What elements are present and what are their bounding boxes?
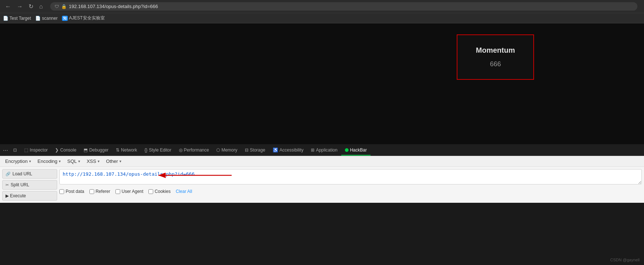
other-arrow: ▼ bbox=[119, 160, 122, 163]
split-url-label: Split URL bbox=[11, 182, 29, 187]
hackbar-dot-icon bbox=[345, 148, 349, 152]
home-button[interactable]: ⌂ bbox=[38, 3, 44, 11]
back-button[interactable]: ← bbox=[4, 3, 12, 11]
tab-memory[interactable]: ⬡ Memory bbox=[213, 145, 241, 156]
sql-arrow: ▼ bbox=[78, 160, 81, 163]
tab-storage[interactable]: ⊟ Storage bbox=[241, 145, 269, 156]
tab-memory-label: Memory bbox=[221, 148, 237, 153]
referer-checkbox[interactable]: Referer bbox=[89, 189, 110, 194]
load-url-button[interactable]: 🔗 Load URL bbox=[2, 169, 57, 179]
tab-console[interactable]: ❯ Console bbox=[51, 145, 80, 156]
url-section: Post data Referer User Agent Cookies Cle… bbox=[59, 169, 642, 201]
storage-icon: ⊟ bbox=[245, 148, 249, 153]
cookies-checkbox[interactable]: Cookies bbox=[148, 189, 170, 194]
tab-application-label: Application bbox=[316, 148, 338, 153]
momentum-value: 666 bbox=[476, 60, 515, 68]
user-agent-input[interactable] bbox=[115, 189, 120, 194]
performance-icon: ◎ bbox=[179, 148, 183, 153]
encryption-arrow: ▼ bbox=[28, 160, 32, 163]
encoding-menu[interactable]: Encoding ▼ bbox=[35, 157, 63, 165]
url-input-wrapper bbox=[59, 169, 642, 186]
split-url-icon: ✂ bbox=[5, 183, 9, 187]
tab-hackbar[interactable]: HackBar bbox=[341, 145, 371, 156]
inspector-icon: ⬚ bbox=[24, 148, 28, 153]
tab-console-label: Console bbox=[60, 148, 76, 153]
page-footer: CSDN @gaynell bbox=[610, 258, 640, 262]
encoding-arrow: ▼ bbox=[58, 160, 62, 163]
network-icon: ⇅ bbox=[116, 148, 119, 153]
bookmark-icon: 📄 bbox=[3, 16, 8, 21]
hackbar-menu: Encryption ▼ Encoding ▼ SQL ▼ XSS ▼ Othe… bbox=[0, 156, 644, 167]
split-url-button[interactable]: ✂ Split URL bbox=[2, 180, 57, 190]
xss-label: XSS bbox=[87, 158, 96, 164]
encryption-label: Encryption bbox=[5, 158, 27, 164]
devtools-expand-button[interactable]: ⋯ bbox=[1, 145, 10, 156]
bookmark-ajest[interactable]: 知 AJEST安全实验室 bbox=[62, 15, 104, 21]
tab-responsive[interactable]: ⊡ bbox=[10, 145, 21, 156]
tab-inspector[interactable]: ⬚ Inspector bbox=[21, 145, 51, 156]
sql-menu[interactable]: SQL ▼ bbox=[65, 157, 83, 165]
xss-menu[interactable]: XSS ▼ bbox=[84, 157, 102, 165]
load-url-icon: 🔗 bbox=[5, 172, 11, 176]
accessibility-icon: ♿ bbox=[273, 148, 278, 153]
lock-icon: 🔒 bbox=[61, 4, 67, 9]
tab-style-editor[interactable]: {} Style Editor bbox=[141, 145, 175, 156]
debugger-icon: ⬒ bbox=[84, 148, 88, 153]
bookmark-label: scanner bbox=[42, 16, 58, 21]
tab-accessibility[interactable]: ♿ Accessibility bbox=[269, 145, 307, 156]
tab-network[interactable]: ⇅ Network bbox=[112, 145, 141, 156]
tab-accessibility-label: Accessibility bbox=[280, 148, 303, 153]
cookies-input[interactable] bbox=[148, 189, 153, 194]
bookmark-label: Test Target bbox=[10, 16, 31, 21]
encoding-label: Encoding bbox=[37, 158, 57, 164]
tab-style-label: Style Editor bbox=[149, 148, 171, 153]
xss-arrow: ▼ bbox=[97, 160, 100, 163]
referer-input[interactable] bbox=[89, 189, 94, 194]
other-menu[interactable]: Other ▼ bbox=[104, 157, 124, 165]
checkboxes-row: Post data Referer User Agent Cookies Cle… bbox=[59, 187, 642, 195]
user-agent-checkbox[interactable]: User Agent bbox=[115, 189, 143, 194]
responsive-icon: ⊡ bbox=[13, 148, 17, 153]
security-icon: 🛡 bbox=[55, 4, 59, 9]
tab-hackbar-label: HackBar bbox=[350, 148, 367, 153]
bookmark-test-target[interactable]: 📄 Test Target bbox=[3, 16, 31, 21]
post-data-checkbox[interactable]: Post data bbox=[59, 189, 84, 194]
reload-button[interactable]: ↻ bbox=[27, 2, 35, 11]
post-data-input[interactable] bbox=[59, 189, 64, 194]
momentum-title: Momentum bbox=[476, 46, 515, 55]
other-label: Other bbox=[106, 158, 118, 164]
bookmark-badge: 知 bbox=[62, 16, 68, 21]
referer-label: Referer bbox=[96, 189, 110, 194]
tab-performance-label: Performance bbox=[184, 148, 209, 153]
clear-all-button[interactable]: Clear All bbox=[176, 189, 192, 194]
console-icon: ❯ bbox=[55, 148, 59, 153]
sql-label: SQL bbox=[67, 158, 77, 164]
footer-text: CSDN @gaynell bbox=[610, 258, 640, 262]
address-input[interactable] bbox=[69, 4, 633, 9]
tab-network-label: Network bbox=[121, 148, 137, 153]
tab-application[interactable]: ⊞ Application bbox=[307, 145, 341, 156]
hackbar-action-buttons: 🔗 Load URL ✂ Split URL ▶ Execute bbox=[2, 169, 57, 201]
cookies-label: Cookies bbox=[155, 189, 170, 194]
momentum-box: Momentum 666 bbox=[457, 34, 534, 80]
style-icon: {} bbox=[144, 148, 147, 153]
hackbar-main: 🔗 Load URL ✂ Split URL ▶ Execute bbox=[0, 167, 644, 203]
bookmark-scanner[interactable]: 📄 scanner bbox=[35, 16, 58, 21]
forward-button[interactable]: → bbox=[15, 3, 24, 11]
hackbar-panel: Encryption ▼ Encoding ▼ SQL ▼ XSS ▼ Othe… bbox=[0, 156, 644, 203]
page-content: Momentum 666 bbox=[0, 23, 644, 144]
address-bar-container: 🛡 🔒 bbox=[50, 2, 637, 11]
post-data-label: Post data bbox=[66, 189, 84, 194]
user-agent-label: User Agent bbox=[122, 189, 143, 194]
execute-button[interactable]: ▶ Execute bbox=[2, 191, 57, 201]
tab-debugger-label: Debugger bbox=[89, 148, 108, 153]
devtools-tabs: ⋯ ⊡ ⬚ Inspector ❯ Console ⬒ Debugger ⇅ N… bbox=[0, 144, 644, 156]
browser-chrome: ← → ↻ ⌂ 🛡 🔒 bbox=[0, 0, 644, 13]
tab-performance[interactable]: ◎ Performance bbox=[175, 145, 213, 156]
tab-debugger[interactable]: ⬒ Debugger bbox=[80, 145, 112, 156]
tab-inspector-label: Inspector bbox=[30, 148, 48, 153]
encryption-menu[interactable]: Encryption ▼ bbox=[3, 157, 34, 165]
url-input[interactable] bbox=[59, 169, 642, 184]
execute-label: ▶ Execute bbox=[5, 193, 26, 198]
bookmark-label: AJEST安全实验室 bbox=[69, 15, 104, 21]
